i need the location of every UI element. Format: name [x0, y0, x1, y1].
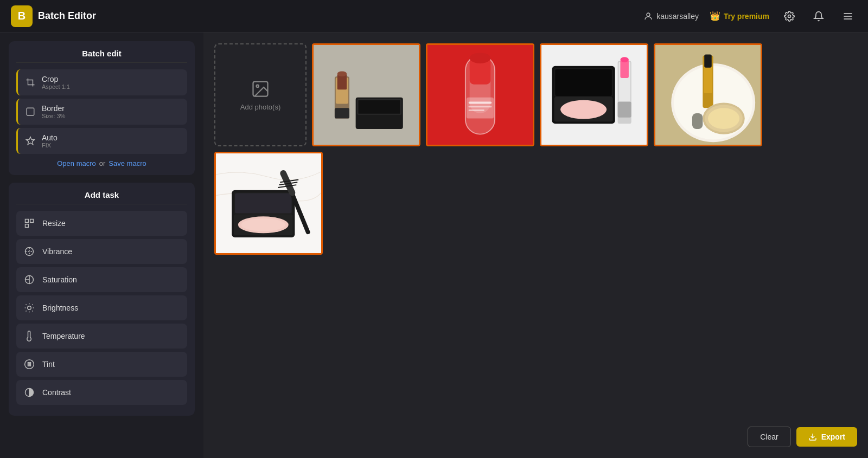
batch-edit-title: Batch edit	[16, 49, 187, 63]
crop-task-item[interactable]: Crop Aspect 1:1	[16, 69, 187, 95]
resize-label: Resize	[42, 219, 66, 228]
export-button[interactable]: Export	[796, 427, 857, 447]
header-actions: kausarsalley 👑 Try premium	[643, 7, 857, 25]
svg-point-0	[647, 13, 650, 16]
open-macro-link[interactable]: Open macro	[57, 159, 96, 167]
save-macro-link[interactable]: Save macro	[108, 159, 146, 167]
temperature-icon	[23, 330, 36, 343]
settings-button[interactable]	[780, 7, 799, 25]
border-label: Border	[42, 104, 65, 113]
photo-3-image	[541, 45, 647, 145]
add-photo-icon	[251, 79, 270, 99]
svg-rect-37	[467, 98, 494, 119]
svg-rect-57	[704, 54, 712, 67]
bottom-actions: Clear Export	[214, 427, 857, 447]
contrast-label: Contrast	[42, 388, 71, 397]
svg-rect-5	[27, 108, 34, 115]
svg-point-22	[257, 85, 259, 87]
user-icon	[643, 11, 653, 21]
svg-rect-38	[469, 102, 492, 104]
brightness-task-item[interactable]: Brightness	[16, 295, 187, 320]
photo-card-5[interactable]	[214, 152, 323, 255]
svg-line-19	[32, 305, 33, 305]
svg-point-60	[708, 108, 739, 129]
app-title: Batch Editor	[38, 10, 96, 22]
auto-label: Auto	[42, 133, 58, 142]
photo-2-image	[427, 45, 533, 145]
vibrance-icon	[23, 245, 36, 258]
menu-button[interactable]	[839, 7, 857, 25]
saturation-task-item[interactable]: Saturation	[16, 267, 187, 292]
crown-icon: 👑	[710, 11, 720, 21]
saturation-label: Saturation	[42, 275, 77, 284]
bell-icon	[813, 11, 824, 22]
photo-1-image	[314, 45, 419, 145]
svg-rect-44	[555, 69, 612, 96]
svg-line-15	[32, 311, 33, 311]
crop-icon	[24, 76, 36, 88]
add-photos-button[interactable]: Add photo(s)	[214, 43, 307, 146]
batch-edit-section: Batch edit Crop Aspect 1:1 Border Size: …	[9, 41, 195, 175]
border-task-item[interactable]: Border Size: 3%	[16, 99, 187, 125]
svg-point-11	[28, 306, 31, 310]
crop-label: Crop	[42, 75, 70, 83]
brightness-icon	[23, 301, 36, 314]
auto-sub: FIX	[42, 142, 58, 149]
svg-point-50	[620, 57, 628, 62]
premium-button[interactable]: 👑 Try premium	[710, 11, 769, 21]
svg-point-36	[470, 53, 491, 63]
logo-icon: B	[11, 5, 33, 27]
tint-label: Tint	[42, 360, 55, 369]
photo-card-3[interactable]	[540, 43, 648, 146]
resize-icon	[23, 217, 36, 230]
resize-task-item[interactable]: Resize	[16, 211, 187, 236]
svg-rect-26	[358, 100, 400, 114]
photos-grid: Add photo(s)	[214, 43, 857, 418]
macro-links: Open macro or Save macro	[16, 159, 187, 167]
svg-rect-31	[335, 108, 349, 118]
hamburger-icon	[843, 11, 853, 22]
photo-card-2[interactable]	[426, 43, 534, 146]
temperature-label: Temperature	[42, 332, 85, 340]
saturation-icon	[23, 273, 36, 286]
app-logo: B Batch Editor	[11, 5, 96, 27]
svg-line-18	[26, 311, 27, 311]
main-layout: Batch edit Crop Aspect 1:1 Border Size: …	[0, 33, 868, 458]
photo-4-image	[655, 45, 761, 145]
sidebar: Batch edit Crop Aspect 1:1 Border Size: …	[0, 33, 203, 458]
export-icon	[808, 433, 817, 441]
contrast-task-item[interactable]: Contrast	[16, 380, 187, 405]
svg-line-14	[26, 305, 27, 305]
svg-rect-49	[620, 60, 628, 78]
auto-task-item[interactable]: Auto FIX	[16, 128, 187, 154]
svg-rect-8	[25, 224, 29, 228]
photo-card-4[interactable]	[654, 43, 762, 146]
clear-button[interactable]: Clear	[748, 427, 790, 447]
photo-card-1[interactable]	[312, 43, 420, 146]
svg-point-30	[337, 71, 347, 76]
notifications-button[interactable]	[809, 7, 828, 25]
content-area: Add photo(s)	[203, 33, 868, 458]
vibrance-task-item[interactable]: Vibrance	[16, 239, 187, 264]
svg-point-1	[788, 15, 791, 17]
photo-5-image	[216, 153, 321, 253]
tint-task-item[interactable]: Tint	[16, 352, 187, 377]
svg-rect-61	[692, 113, 703, 129]
svg-point-68	[241, 218, 285, 231]
add-task-title: Add task	[16, 190, 187, 204]
tint-icon	[23, 358, 36, 371]
user-profile[interactable]: kausarsalley	[643, 11, 699, 21]
svg-rect-6	[25, 220, 29, 223]
add-task-section: Add task Resize Vibrance Satur	[9, 183, 195, 416]
crop-sub: Aspect 1:1	[42, 83, 70, 90]
svg-rect-23	[314, 45, 419, 145]
svg-point-46	[560, 100, 607, 119]
username-text: kausarsalley	[656, 12, 699, 21]
temperature-task-item[interactable]: Temperature	[16, 324, 187, 349]
gear-icon	[784, 11, 795, 22]
macro-or-text: or	[99, 159, 106, 167]
svg-rect-39	[469, 106, 492, 107]
border-sub: Size: 3%	[42, 113, 65, 119]
vibrance-label: Vibrance	[42, 247, 72, 256]
svg-rect-7	[30, 220, 34, 223]
